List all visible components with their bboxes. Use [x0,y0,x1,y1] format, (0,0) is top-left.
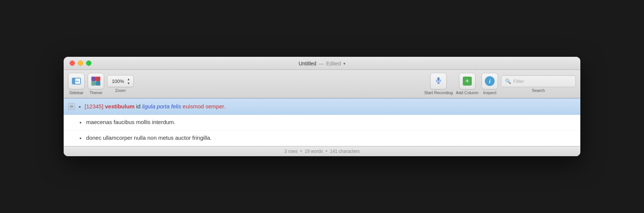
zoom-down-arrow: ▼ [127,81,130,85]
zoom-toolbar-item[interactable]: 100% ▲ ▼ Zoom [107,75,134,93]
search-placeholder-text: Filter [513,78,524,84]
row-1-mid: id [134,103,142,109]
zoom-control[interactable]: 100% ▲ ▼ [107,75,134,87]
traffic-lights [70,61,91,66]
status-words: 19 words [305,149,323,154]
microphone-icon [435,77,442,86]
add-column-button[interactable]: + [459,73,476,89]
status-rows: 3 rows [284,149,297,154]
row-1-prefix: [12345] [85,103,105,109]
table-row[interactable]: ● donec ullamcorper nulla non metus auct… [64,130,580,146]
search-toolbar-item[interactable]: 🔍 Filter Search [501,75,576,93]
inspect-toolbar-item[interactable]: i Inspect [482,73,498,95]
content-area: ● [12345] vestibulum id ligula porta fel… [64,98,580,146]
row-drag-handle [68,103,75,110]
inspect-label: Inspect [483,90,496,95]
title-chevron[interactable]: ▾ [343,61,346,66]
row-1-italic: ligula porta felis [142,103,181,109]
theme-sq2 [96,77,100,81]
row-1-suffix: euismod semper. [181,103,225,109]
row-line-1 [70,105,73,106]
title-text: Untitled [298,61,316,67]
zoom-up-arrow: ▲ [127,77,130,81]
row-bullet: ● [79,120,82,124]
recording-label: Start Recording [424,90,453,95]
table-row[interactable]: ● [12345] vestibulum id ligula porta fel… [64,98,580,115]
svg-rect-0 [437,77,440,81]
sidebar-toolbar-item[interactable]: ◂▸ Sidebar [68,73,85,95]
zoom-value: 100% [110,78,125,84]
search-bar[interactable]: 🔍 Filter [501,75,576,87]
zoom-arrows: ▲ ▼ [127,77,130,85]
theme-toolbar-item[interactable]: Theme [88,73,104,95]
app-window: Untitled — Edited ▾ ◂▸ Sidebar [64,57,580,156]
sidebar-icon: ◂▸ [72,78,81,84]
sidebar-button[interactable]: ◂▸ [68,73,85,89]
sidebar-label: Sidebar [69,90,83,95]
add-column-symbol: + [465,78,469,84]
row-bullet: ● [79,136,82,140]
title-separator: — [319,61,324,67]
recording-toolbar-item[interactable]: Start Recording [424,73,453,95]
add-column-toolbar-item[interactable]: + Add Column [456,73,479,95]
row-2-text: maecenas faucibus mollis interdum. [86,118,175,127]
row-1-bold: vestibulum [105,103,134,109]
status-characters: 141 characters [330,149,359,154]
inspect-icon: i [485,76,495,86]
table-row[interactable]: ● maecenas faucibus mollis interdum. [64,115,580,130]
titlebar: Untitled — Edited ▾ [64,57,580,70]
theme-icon [91,77,100,86]
toolbar: ◂▸ Sidebar Theme 100% [64,70,580,98]
zoom-label: Zoom [115,88,125,93]
window-title: Untitled — Edited ▾ [298,61,345,67]
statusbar: 3 rows • 19 words • 141 characters [64,146,580,156]
maximize-button[interactable] [86,61,91,66]
inspect-button[interactable]: i [482,73,498,89]
inspect-symbol: i [489,78,490,84]
status-dot-1: • [300,149,302,154]
title-edited: Edited [326,61,341,67]
theme-button[interactable] [88,73,104,89]
recording-button[interactable] [430,73,447,89]
status-dot-2: • [326,149,327,154]
row-bullet: ● [79,105,81,109]
add-column-label: Add Column [456,90,479,95]
row-line-3 [70,108,73,108]
row-lines-icon [69,104,74,109]
row-line-2 [70,106,73,107]
sidebar-arrows: ◂▸ [75,79,79,83]
row-3-text: donec ullamcorper nulla non metus auctor… [86,134,212,142]
theme-sq1 [91,77,96,81]
theme-label: Theme [89,90,102,95]
search-label: Search [532,88,545,93]
theme-sq3 [91,81,96,86]
theme-sq4 [96,81,100,86]
minimize-button[interactable] [78,61,83,66]
search-icon: 🔍 [505,78,511,84]
close-button[interactable] [70,61,75,66]
add-column-icon: + [463,77,472,86]
row-1-content: [12345] vestibulum id ligula porta felis… [85,102,225,111]
